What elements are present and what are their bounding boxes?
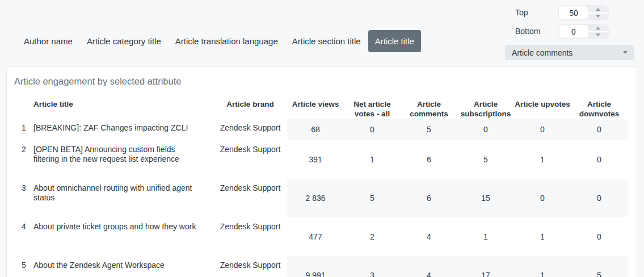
metric-cell: 5 bbox=[401, 119, 457, 140]
tab-author-name[interactable]: Author name bbox=[17, 30, 79, 52]
bottom-input[interactable] bbox=[559, 25, 588, 38]
column-header-net-article-votes: Net article votes - all bbox=[344, 96, 401, 119]
bottom-decrement-button[interactable] bbox=[588, 31, 608, 39]
tab-article-title[interactable]: Article title bbox=[368, 30, 421, 52]
metric-cell: 0 bbox=[571, 217, 628, 256]
column-header-article-title: Article title bbox=[33, 96, 213, 119]
tab-article-translation-language[interactable]: Article translation language bbox=[169, 30, 285, 52]
metric-cell: 5 bbox=[571, 256, 628, 277]
row-index: 2 bbox=[14, 140, 33, 179]
metric-cell: 1 bbox=[514, 140, 571, 179]
metric-cell: 15 bbox=[457, 179, 514, 217]
metric-cell: 2 836 bbox=[287, 179, 344, 217]
column-header-article-comments: Article comments bbox=[401, 96, 457, 119]
metric-cell: 3 bbox=[344, 256, 401, 277]
report-panel: Article engagement by selected attribute… bbox=[6, 66, 637, 277]
column-header-article-subscriptions: Article subscriptions bbox=[457, 96, 514, 119]
metric-cell: 0 bbox=[571, 140, 628, 179]
article-title-cell: About omnichannel routing with unified a… bbox=[33, 179, 213, 217]
metric-cell: 0 bbox=[457, 119, 514, 140]
article-title-cell: [BREAKING]: ZAF Changes impacting ZCLI bbox=[33, 119, 213, 140]
article-brand-cell: Zendesk Support bbox=[213, 140, 287, 179]
attribute-dropdown[interactable]: Article comments bbox=[505, 45, 634, 60]
metric-cell: 68 bbox=[287, 119, 344, 140]
metric-cell: 1 bbox=[457, 217, 514, 256]
top-increment-button[interactable] bbox=[588, 6, 608, 12]
metric-cell: 5 bbox=[344, 179, 401, 217]
metric-cell: 0 bbox=[514, 179, 571, 217]
metric-cell: 17 bbox=[457, 256, 514, 277]
article-brand-cell: Zendesk Support bbox=[213, 217, 287, 256]
article-brand-cell: Zendesk Support bbox=[213, 119, 287, 140]
tab-article-section-title[interactable]: Article section title bbox=[285, 30, 368, 52]
engagement-table: Article title Article brand Article view… bbox=[14, 96, 628, 277]
panel-title: Article engagement by selected attribute bbox=[14, 76, 629, 87]
attribute-dropdown-value: Article comments bbox=[512, 48, 623, 57]
metric-cell: 1 bbox=[514, 217, 571, 256]
decrement-arrow-icon bbox=[596, 15, 600, 18]
metric-cell: 0 bbox=[514, 119, 571, 140]
table-row: 1[BREAKING]: ZAF Changes impacting ZCLIZ… bbox=[14, 119, 628, 140]
increment-arrow-icon bbox=[596, 8, 600, 11]
article-title-cell: About private ticket groups and how they… bbox=[33, 217, 213, 256]
article-brand-cell: Zendesk Support bbox=[213, 256, 287, 277]
metric-cell: 477 bbox=[287, 217, 344, 256]
metric-cell: 4 bbox=[401, 256, 457, 277]
metric-cell: 1 bbox=[344, 140, 401, 179]
row-index: 5 bbox=[14, 256, 33, 277]
bottom-label: Bottom bbox=[515, 27, 540, 36]
column-header-article-views: Article views bbox=[287, 96, 344, 119]
metric-cell: 6 bbox=[401, 179, 457, 217]
metric-cell: 5 bbox=[457, 140, 514, 179]
metric-cell: 0 bbox=[571, 179, 628, 217]
tab-article-category-title[interactable]: Article category title bbox=[80, 30, 168, 52]
caret-down-icon bbox=[623, 51, 628, 54]
top-label: Top bbox=[515, 8, 528, 17]
bottom-stepper bbox=[558, 24, 609, 39]
top-input[interactable] bbox=[559, 6, 588, 19]
metric-cell: 2 bbox=[344, 217, 401, 256]
article-brand-cell: Zendesk Support bbox=[213, 179, 287, 217]
metric-cell: 9 991 bbox=[287, 256, 344, 277]
attribute-tabs: Author name Article category title Artic… bbox=[17, 30, 422, 52]
metric-cell: 6 bbox=[401, 140, 457, 179]
metric-cell: 4 bbox=[401, 217, 457, 256]
table-row: 2[OPEN BETA] Announcing custom fields fi… bbox=[14, 140, 628, 179]
column-header-article-upvotes: Article upvotes bbox=[514, 96, 571, 119]
metric-cell: 1 bbox=[514, 256, 571, 277]
metric-cell: 0 bbox=[344, 119, 401, 140]
bottom-increment-button[interactable] bbox=[588, 25, 608, 31]
row-index: 1 bbox=[14, 119, 33, 140]
article-title-cell: About the Zendesk Agent Workspace bbox=[33, 256, 213, 277]
decrement-arrow-icon bbox=[596, 33, 600, 36]
column-header-article-brand: Article brand bbox=[213, 96, 287, 119]
row-index: 3 bbox=[14, 179, 33, 217]
increment-arrow-icon bbox=[596, 27, 600, 30]
column-header-article-downvotes: Article downvotes bbox=[571, 96, 628, 119]
column-header-index bbox=[14, 96, 33, 119]
top-decrement-button[interactable] bbox=[588, 12, 608, 20]
metric-cell: 391 bbox=[287, 140, 344, 179]
table-row: 3About omnichannel routing with unified … bbox=[14, 179, 628, 217]
table-row: 5About the Zendesk Agent WorkspaceZendes… bbox=[14, 256, 628, 277]
row-index: 4 bbox=[14, 217, 33, 256]
table-row: 4About private ticket groups and how the… bbox=[14, 217, 628, 256]
article-title-cell: [OPEN BETA] Announcing custom fields fil… bbox=[33, 140, 213, 179]
top-stepper bbox=[558, 5, 609, 20]
table-header-row: Article title Article brand Article view… bbox=[14, 96, 628, 119]
metric-cell: 0 bbox=[571, 119, 628, 140]
